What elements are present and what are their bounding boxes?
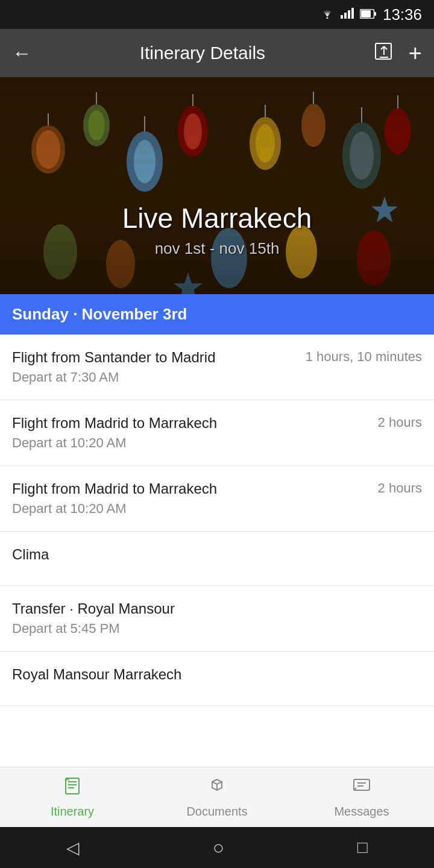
svg-rect-4	[351, 8, 354, 19]
android-recent-button[interactable]: □	[357, 838, 368, 857]
list-item-header: Flight from Madrid to Marrakech 2 hours	[12, 415, 422, 432]
item-duration: 2 hours	[378, 480, 422, 496]
list-item-header: Flight from Madrid to Marrakech 2 hours	[12, 480, 422, 497]
svg-rect-3	[348, 10, 350, 19]
svg-rect-6	[361, 10, 371, 17]
status-time: 13:36	[383, 5, 422, 24]
android-home-button[interactable]: ○	[213, 837, 224, 859]
tab-documents[interactable]: Documents	[145, 770, 289, 825]
svg-rect-1	[341, 15, 343, 19]
documents-icon	[207, 776, 227, 801]
item-title: Clima	[12, 546, 49, 562]
content-list: Flight from Santander to Madrid 1 hours,…	[0, 335, 434, 814]
tab-itinerary[interactable]: Itinerary	[0, 770, 145, 825]
hero-content: Live Marrakech nov 1st - nov 15th	[0, 202, 434, 258]
wifi-icon	[320, 8, 335, 22]
list-item-header: Flight from Santander to Madrid 1 hours,…	[12, 349, 422, 366]
messages-icon	[351, 776, 372, 801]
item-subtitle: Depart at 7:30 AM	[12, 370, 422, 385]
signal-icon	[341, 8, 354, 22]
list-item[interactable]: Flight from Santander to Madrid 1 hours,…	[0, 335, 434, 400]
hero-image: Live Marrakech nov 1st - nov 15th	[0, 77, 434, 294]
hero-subtitle: nov 1st - nov 15th	[0, 239, 434, 258]
item-title: Flight from Madrid to Marrakech	[12, 415, 217, 432]
share-icon[interactable]	[374, 42, 394, 64]
svg-point-0	[326, 17, 328, 19]
itinerary-icon	[62, 776, 83, 801]
tab-documents-label: Documents	[186, 805, 247, 819]
item-title: Royal Mansour Marrakech	[12, 666, 181, 682]
item-title: Flight from Santander to Madrid	[12, 349, 216, 366]
svg-rect-40	[66, 778, 79, 794]
status-icons: 13:36	[320, 5, 422, 24]
nav-bar: ← Itinerary Details +	[0, 29, 434, 77]
item-subtitle: Depart at 5:45 PM	[12, 621, 422, 637]
hero-title: Live Marrakech	[0, 202, 434, 234]
date-header: Sunday · November 3rd	[0, 294, 434, 335]
item-duration: 2 hours	[378, 415, 422, 430]
list-item[interactable]: Flight from Madrid to Marrakech 2 hours …	[0, 400, 434, 466]
date-header-text: Sunday · November 3rd	[12, 305, 187, 323]
page-title: Itinerary Details	[43, 43, 362, 63]
item-title: Flight from Madrid to Marrakech	[12, 480, 217, 497]
android-back-button[interactable]: ◁	[66, 838, 80, 858]
item-duration: 1 hours, 10 minutes	[306, 349, 422, 365]
svg-rect-7	[374, 12, 376, 16]
status-bar: 13:36	[0, 0, 434, 29]
list-item[interactable]: Flight from Madrid to Marrakech 2 hours …	[0, 466, 434, 532]
list-item[interactable]: Royal Mansour Marrakech	[0, 652, 434, 706]
back-button[interactable]: ←	[12, 42, 31, 64]
list-item[interactable]: Transfer · Royal Mansour Depart at 5:45 …	[0, 586, 434, 652]
nav-actions: +	[374, 40, 422, 66]
list-item-header: Transfer · Royal Mansour	[12, 600, 422, 617]
add-button[interactable]: +	[409, 40, 422, 66]
svg-rect-39	[0, 77, 434, 294]
list-item[interactable]: Clima	[0, 532, 434, 586]
item-title: Transfer · Royal Mansour	[12, 600, 175, 617]
tab-messages-label: Messages	[334, 805, 389, 819]
item-subtitle: Depart at 10:20 AM	[12, 435, 422, 451]
tab-itinerary-label: Itinerary	[51, 805, 94, 819]
tab-messages[interactable]: Messages	[289, 770, 434, 825]
android-nav-bar: ◁ ○ □	[0, 827, 434, 868]
bottom-tab-bar: Itinerary Documents Messages	[0, 767, 434, 827]
battery-icon	[360, 8, 377, 22]
svg-rect-2	[344, 13, 347, 19]
item-subtitle: Depart at 10:20 AM	[12, 501, 422, 517]
